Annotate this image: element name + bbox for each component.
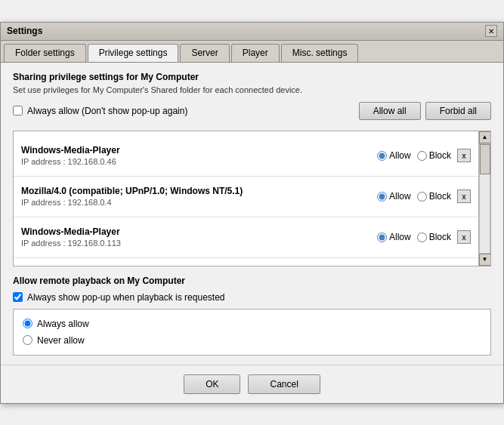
tab-misc-settings[interactable]: Misc. settings [281,44,359,62]
device-info-1: Windows-Media-Player IP address : 192.16… [21,145,377,166]
table-row: Windows-Media-Player IP address : 192.16… [14,217,478,258]
privilege-section-title: Sharing privilege settings for My Comput… [13,72,491,82]
device-name-1: Windows-Media-Player [21,145,377,156]
device-name-2: Mozilla/4.0 (compatible; UPnP/1.0; Windo… [21,186,377,196]
allow-label-1: Allow [389,150,411,161]
allow-label-3: Allow [389,232,411,242]
block-radio-label-2[interactable]: Block [417,191,451,202]
remote-playback-section: Allow remote playback on My Computer Alw… [13,276,491,356]
forbid-all-button[interactable]: Forbid all [425,102,491,120]
tab-player[interactable]: Player [231,44,280,62]
always-show-popup-checkbox[interactable] [13,292,23,302]
block-radio-label-3[interactable]: Block [417,232,451,242]
always-allow-label: Always allow (Don't show pop-up again) [27,106,187,116]
always-allow-row: Always allow (Don't show pop-up again) [13,106,187,116]
remote-options-box: Always allow Never allow [13,309,491,356]
allow-radio-1[interactable] [377,151,387,161]
footer-buttons: OK Cancel [1,365,503,403]
always-allow-row: Always allow [23,319,481,329]
remove-button-3[interactable]: x [457,230,471,244]
remote-never-label: Never allow [37,335,85,346]
tab-privilege-settings[interactable]: Privilege settings [88,44,179,62]
block-label-1: Block [429,150,451,161]
device-ip-2: IP address : 192.168.0.4 [21,198,377,207]
top-controls-row: Always allow (Don't show pop-up again) A… [13,102,491,126]
privilege-section-desc: Set use privileges for My Computer's Sha… [13,85,491,94]
device-info-3: Windows-Media-Player IP address : 192.16… [21,226,377,248]
devices-box: Windows-Media-Player IP address : 192.16… [13,131,491,266]
close-button[interactable]: ✕ [485,25,497,37]
title-bar: Settings ✕ [1,23,503,41]
tab-folder-settings[interactable]: Folder settings [4,44,86,62]
remote-never-radio[interactable] [23,335,32,345]
ok-button[interactable]: OK [184,374,240,394]
never-allow-row: Never allow [23,335,481,346]
scrollbar-thumb[interactable] [480,144,490,174]
allow-radio-label-1[interactable]: Allow [377,150,411,161]
table-row: Windows-Media-Player IP address : 192.16… [14,136,478,177]
block-radio-2[interactable] [417,192,427,202]
block-label-2: Block [429,191,451,202]
device-info-2: Mozilla/4.0 (compatible; UPnP/1.0; Windo… [21,186,377,207]
device-controls-1: Allow Block x [377,149,471,162]
allow-all-button[interactable]: Allow all [359,102,421,120]
block-radio-label-1[interactable]: Block [417,150,451,161]
always-show-popup-row: Always show pop-up when playback is requ… [13,292,491,303]
scroll-up-button[interactable]: ▲ [479,131,491,143]
remote-section-title: Allow remote playback on My Computer [13,276,491,286]
block-radio-3[interactable] [417,233,427,242]
allow-radio-label-3[interactable]: Allow [377,232,411,242]
tab-server[interactable]: Server [180,44,229,62]
cancel-button[interactable]: Cancel [248,374,320,394]
block-label-3: Block [429,232,451,242]
remove-button-1[interactable]: x [457,149,471,162]
allow-label-2: Allow [389,191,411,202]
device-controls-3: Allow Block x [377,230,471,244]
scroll-down-button[interactable]: ▼ [479,254,491,266]
allow-forbid-buttons: Allow all Forbid all [359,102,491,120]
scrollbar-track[interactable] [479,143,490,254]
remote-always-label: Always allow [37,319,89,329]
remote-always-radio[interactable] [23,319,32,328]
main-content: Sharing privilege settings for My Comput… [1,63,503,365]
allow-radio-3[interactable] [377,233,387,242]
settings-dialog: Settings ✕ Folder settings Privilege set… [0,22,504,404]
allow-radio-label-2[interactable]: Allow [377,191,411,202]
device-controls-2: Allow Block x [377,189,471,203]
dialog-title: Settings [7,26,42,36]
block-radio-1[interactable] [417,151,427,161]
always-show-popup-label: Always show pop-up when playback is requ… [27,292,224,303]
remove-button-2[interactable]: x [457,189,471,203]
tabs-container: Folder settings Privilege settings Serve… [1,41,503,63]
table-row: Mozilla/4.0 (compatible; UPnP/1.0; Windo… [14,177,478,217]
scrollbar[interactable]: ▲ ▼ [478,131,490,266]
device-ip-3: IP address : 192.168.0.113 [21,239,377,248]
device-ip-1: IP address : 192.168.0.46 [21,157,377,166]
allow-radio-2[interactable] [377,192,387,202]
always-allow-checkbox[interactable] [13,106,23,115]
device-name-3: Windows-Media-Player [21,226,377,237]
devices-list: Windows-Media-Player IP address : 192.16… [14,131,478,266]
